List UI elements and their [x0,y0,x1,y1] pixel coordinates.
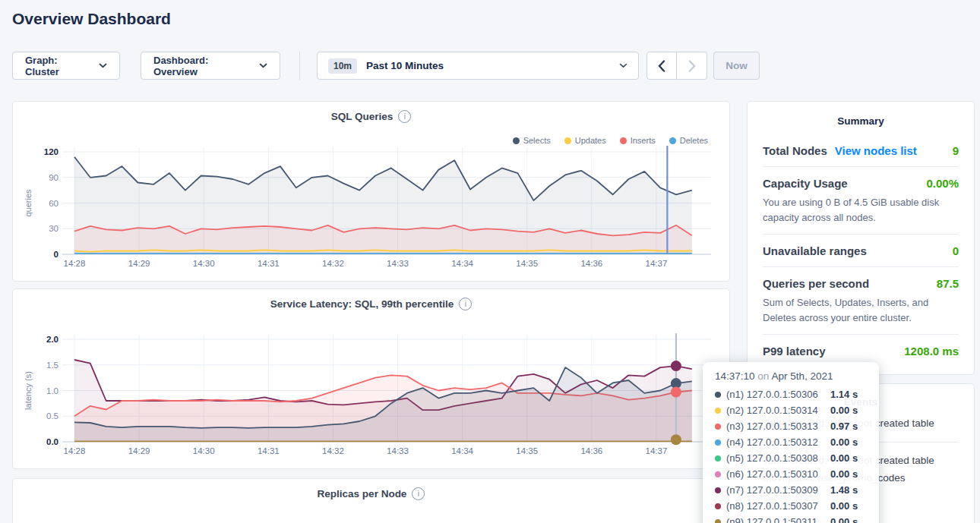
qps-value: 87.5 [937,277,959,290]
tooltip-rows: (n1) 127.0.0.1:503061.14 s(n2) 127.0.0.1… [715,386,867,523]
node-address: (n7) 127.0.0.1:50309 [726,484,825,496]
legend-dot-icon [513,137,520,144]
dashboard-dropdown-label: Dashboard: Overview [153,55,251,77]
svg-text:14:29: 14:29 [128,259,150,268]
unavailable-ranges-label: Unavailable ranges [763,244,867,257]
svg-text:14:29: 14:29 [128,446,150,455]
legend-dot-icon [669,137,676,144]
time-next-button[interactable] [677,52,707,80]
chevron-down-icon [259,63,267,68]
svg-text:latency (s): latency (s) [24,371,33,410]
node-latency-value: 0.00 s [830,405,867,416]
svg-text:queries: queries [24,189,33,217]
node-address: (n9) 127.0.0.1:50311 [726,516,825,523]
unavailable-ranges-value: 0 [953,244,959,257]
tooltip-node-row: (n3) 127.0.0.1:503130.97 s [715,418,867,434]
svg-text:1.5: 1.5 [46,361,58,370]
svg-text:14:34: 14:34 [451,446,473,455]
now-button[interactable]: Now [713,52,760,80]
node-color-dot-icon [715,408,721,414]
dashboard-dropdown[interactable]: Dashboard: Overview [141,52,280,80]
page-title: Overview Dashboard [12,10,171,28]
svg-text:14:35: 14:35 [516,446,538,455]
summary-heading: Summary [763,115,959,127]
svg-text:0.0: 0.0 [46,437,58,446]
svg-text:14:35: 14:35 [516,259,538,268]
tooltip-header: 14:37:10 on Apr 5th, 2021 [715,370,867,382]
tooltip-node-row: (n1) 127.0.0.1:503061.14 s [715,386,867,402]
node-color-dot-icon [715,455,721,462]
svg-text:2.0: 2.0 [46,335,58,344]
svg-text:0.5: 0.5 [46,411,58,421]
tooltip-date: Apr 5th, 2021 [771,370,833,382]
time-nav-group [646,52,707,80]
graph-dropdown-label: Graph: Cluster [25,55,91,77]
tooltip-node-row: (n6) 127.0.0.1:503100.00 s [715,466,867,482]
p99-latency-label: P99 latency [763,345,826,358]
chevron-down-icon [619,63,628,68]
service-latency-title: Service Latency: SQL, 99th percentile i [13,298,729,310]
tooltip-node-row: (n9) 127.0.0.1:503110.00 s [715,514,867,523]
graph-dropdown[interactable]: Graph: Cluster [12,52,120,80]
info-icon[interactable]: i [412,487,425,500]
node-address: (n4) 127.0.0.1:50312 [726,436,825,448]
toolbar-divider [299,52,300,80]
node-latency-value: 1.14 s [830,389,867,400]
info-icon[interactable]: i [398,110,411,123]
tooltip-node-row: (n7) 127.0.0.1:503091.48 s [715,482,867,498]
svg-text:14:33: 14:33 [387,259,409,268]
summary-row-total-nodes: Total Nodes View nodes list 9 [763,134,959,166]
node-color-dot-icon [715,503,721,509]
node-latency-value: 0.00 s [830,436,867,448]
chevron-right-icon [688,60,696,72]
node-latency-value: 1.48 s [830,484,867,496]
svg-text:14:37: 14:37 [646,259,668,268]
time-range-label: Past 10 Minutes [366,60,444,71]
tooltip-node-row: (n4) 127.0.0.1:503120.00 s [715,434,867,450]
replicas-per-node-title: Replicas per Node i [13,487,729,500]
time-prev-button[interactable] [646,52,677,80]
total-nodes-label: Total Nodes [763,144,827,157]
node-latency-value: 0.97 s [830,421,867,432]
summary-panel: Summary Total Nodes View nodes list 9 Ca… [747,101,975,375]
svg-text:14:32: 14:32 [322,259,344,268]
chevron-down-icon [99,63,107,68]
node-address: (n5) 127.0.0.1:50308 [726,452,825,464]
tooltip-connector: on [757,370,769,382]
capacity-usage-label: Capacity Usage [763,177,848,190]
node-address: (n3) 127.0.0.1:50313 [726,421,825,432]
tooltip-node-row: (n2) 127.0.0.1:503140.00 s [715,402,867,418]
tooltip-time: 14:37:10 [715,370,755,382]
node-latency-value: 0.00 s [830,500,867,512]
service-latency-card: Service Latency: SQL, 99th percentile i … [12,288,730,469]
p99-latency-value: 1208.0 ms [904,345,959,358]
summary-row-qps: Queries per second 87.5 Sum of Selects, … [763,266,959,334]
sql-queries-title: SQL Queries i [13,110,729,123]
node-color-dot-icon [715,487,721,493]
svg-text:120: 120 [44,147,58,156]
legend-dot-icon [620,137,627,144]
node-color-dot-icon [715,392,721,398]
chart-hover-tooltip: 14:37:10 on Apr 5th, 2021 (n1) 127.0.0.1… [703,362,879,523]
legend-dot-icon [564,137,571,144]
time-range-dropdown[interactable]: 10m Past 10 Minutes [317,52,639,80]
sql-queries-title-text: SQL Queries [331,111,394,122]
chevron-left-icon [658,60,665,72]
svg-text:14:36: 14:36 [580,259,602,268]
summary-row-capacity: Capacity Usage 0.00% You are using 0 B o… [763,166,959,234]
svg-text:14:28: 14:28 [64,259,86,268]
service-latency-chart[interactable]: 0.00.51.01.52.014:2814:2914:3014:3114:32… [24,332,713,461]
sql-queries-chart[interactable]: 030609012014:2814:2914:3014:3114:3214:33… [24,144,713,273]
node-color-dot-icon [715,424,721,430]
svg-text:14:37: 14:37 [646,446,668,455]
node-latency-value: 0.00 s [830,468,867,480]
svg-text:14:33: 14:33 [387,446,409,455]
view-nodes-list-link[interactable]: View nodes list [835,144,917,157]
info-icon[interactable]: i [459,298,472,310]
node-color-dot-icon [715,519,721,523]
node-color-dot-icon [715,471,721,477]
capacity-usage-desc: You are using 0 B of 4.5 GiB usable disk… [763,195,959,225]
overview-dashboard-page: Overview Dashboard Graph: Cluster Dashbo… [0,0,980,523]
svg-text:30: 30 [49,224,58,233]
node-address: (n8) 127.0.0.1:50307 [726,500,825,512]
